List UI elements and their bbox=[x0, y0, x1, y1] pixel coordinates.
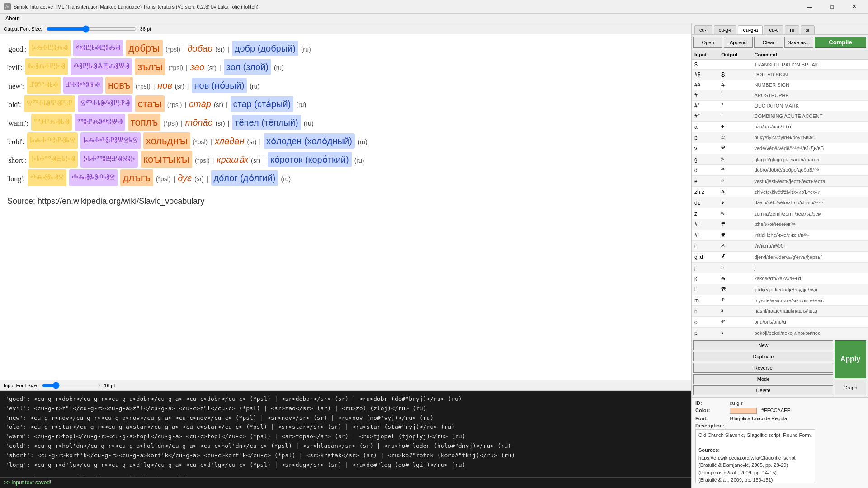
table-row[interactable]: m ⱀ myslite/мыслите/мыслите/мыс bbox=[692, 295, 868, 306]
ru-label: (ru) bbox=[304, 119, 314, 128]
old-cyrillic: топлъ bbox=[128, 114, 161, 131]
cell-comment: COMBINING ACUTE ACCENT bbox=[751, 111, 868, 122]
table-row[interactable]: zh,ž ⰶ zhivete/živěti/živiti/живЪте/жи bbox=[692, 187, 868, 197]
left-panel: Output Font Size: 36 pt 'good': ⰽⰾⰰⰱⱁⰾⱏ … bbox=[0, 23, 692, 488]
table-row[interactable]: n ⱁ nashi/наше/наші/нашъ/ⱁшɯ bbox=[692, 306, 868, 317]
cell-comment: initial izhe/иже/ижен/вⰶⰸ bbox=[751, 230, 868, 241]
input-font-size-slider[interactable] bbox=[42, 382, 100, 389]
open-button[interactable]: Open bbox=[693, 37, 722, 48]
table-row[interactable]: #"' ‘ COMBINING ACUTE ACCENT bbox=[692, 111, 868, 122]
table-row[interactable]: g ⰳ glagoli/glagolje/глагол/глагол bbox=[692, 154, 868, 165]
window-controls: — □ ✕ bbox=[800, 0, 864, 14]
apply-button[interactable]: Apply bbox=[835, 340, 866, 378]
psl-label: (*psl) bbox=[136, 82, 151, 91]
tab-cu-l[interactable]: cu-l bbox=[694, 25, 712, 34]
cell-output: ⰰ bbox=[718, 122, 751, 132]
graph-button[interactable]: Graph bbox=[835, 380, 866, 395]
sr-label: (sr) bbox=[214, 100, 223, 110]
append-button[interactable]: Append bbox=[724, 37, 753, 48]
table-row[interactable]: l ⰿ ljudije/ljudie/l'udje/људје/луд bbox=[692, 284, 868, 295]
cell-input: i bbox=[692, 241, 718, 252]
psl-label: (*psl) bbox=[163, 119, 178, 128]
table-row[interactable]: v ⰲ vede/védě/vědě/ⰲⱑⰴⱑ/вЪДь/вБ bbox=[692, 143, 868, 154]
table-row[interactable]: g'.d ⰼ djervi/derv/dervь/g'ervь/ђервь/ bbox=[692, 252, 868, 263]
ru-word: зол (злой) bbox=[224, 59, 271, 75]
main-layout: Output Font Size: 36 pt 'good': ⰽⰾⰰⰱⱁⰾⱏ … bbox=[0, 23, 868, 488]
reverse-button[interactable]: Reverse bbox=[693, 363, 833, 373]
table-row[interactable]: p ⱃ pokoji/pokoi/покоји/покои/пок bbox=[692, 328, 868, 338]
ru-label: (ru) bbox=[296, 100, 306, 110]
table-row[interactable]: $ TRANSLITERATION BREAK bbox=[692, 60, 868, 70]
psl-label: (*psl) bbox=[156, 174, 171, 184]
output-font-size-slider[interactable] bbox=[46, 26, 137, 32]
table-row[interactable]: #" " QUOTATION MARK bbox=[692, 101, 868, 111]
word-label: 'cold': bbox=[7, 136, 24, 147]
separator-1: | bbox=[183, 45, 185, 54]
cell-comment: i/и/ивта/вⰸ00+ bbox=[751, 241, 868, 252]
output-font-size-label: Output Font Size: bbox=[4, 26, 42, 32]
sr-label: (sr) bbox=[251, 156, 260, 165]
about-menu[interactable]: About bbox=[2, 14, 23, 23]
title-left: Ai Simple Interactive TML (Transliterati… bbox=[4, 3, 259, 10]
table-row[interactable]: #' ' APOSTROPHE bbox=[692, 90, 868, 101]
tab-cu-g-r[interactable]: cu-g-r bbox=[714, 25, 737, 34]
cell-output: ⰻ bbox=[718, 241, 751, 252]
duplicate-button[interactable]: Duplicate bbox=[693, 352, 833, 361]
table-row[interactable]: z ⰸ zemlja/zemli/zemli/земља/зем bbox=[692, 208, 868, 219]
delete-button[interactable]: Delete bbox=[693, 385, 833, 395]
ru-word: нов (но́вый) bbox=[192, 78, 247, 93]
table-row[interactable]: k ⰾ kako/като/какw/з++ɑ bbox=[692, 273, 868, 284]
tab-sr[interactable]: sr bbox=[801, 25, 815, 34]
cell-input: g bbox=[692, 154, 718, 165]
minimize-button[interactable]: — bbox=[800, 0, 820, 14]
word-label: 'warm': bbox=[7, 118, 28, 129]
old-cyrillic: коꙑтꙑкꙑ bbox=[141, 151, 192, 168]
table-row[interactable]: o ⱂ onu/онь/онь/ɑ bbox=[692, 317, 868, 328]
table-row[interactable]: #$ $ DOLLAR SIGN bbox=[692, 70, 868, 80]
table-row[interactable]: ## # NUMBER SIGN bbox=[692, 80, 868, 90]
old-cyrillic: хольднꙑ bbox=[143, 132, 190, 149]
table-row[interactable]: a ⰰ azu/азь/азъ/++ɑ bbox=[692, 122, 868, 132]
compile-button[interactable]: Compile bbox=[815, 37, 866, 48]
clear-button[interactable]: Clear bbox=[754, 37, 783, 48]
save-as-button[interactable]: Save as... bbox=[784, 37, 813, 48]
cell-output: ' bbox=[718, 90, 751, 101]
cell-comment: NUMBER SIGN bbox=[751, 80, 868, 90]
table-row[interactable]: b ⰱ buky/буки/букъи/боукъви/ⰱ bbox=[692, 132, 868, 143]
sr-word: стāр bbox=[189, 97, 211, 111]
table-row[interactable]: i ⰻ i/и/ивта/вⰸ00+ bbox=[692, 241, 868, 252]
cell-output: ⰱ bbox=[718, 132, 751, 143]
input-text-area[interactable]: 'good': <cu-g-r>dobr</cu-g-r><cu-g-a>dob… bbox=[0, 391, 691, 477]
table-row[interactable]: j ⰽ j bbox=[692, 263, 868, 273]
new-button[interactable]: New bbox=[693, 340, 833, 350]
maximize-button[interactable]: □ bbox=[822, 0, 842, 14]
tab-cu-g-a[interactable]: cu-g-a bbox=[738, 25, 763, 34]
table-row[interactable]: e ⰵ yestu/jestь/estь/јестъ/естъ/еста bbox=[692, 176, 868, 187]
mode-button[interactable]: Mode bbox=[693, 374, 833, 384]
titlebar: Ai Simple Interactive TML (Transliterati… bbox=[0, 0, 868, 14]
table-row[interactable]: d ⰴ dobro/dobrě/добро/добрБ/ⰴⰵ bbox=[692, 165, 868, 176]
sr-label: (sr) bbox=[207, 63, 217, 73]
tab-cu-c[interactable]: cu-c bbox=[764, 25, 783, 34]
table-row[interactable]: #i ⰹ izhe/иже/ижеи/вⰶⰸ bbox=[692, 219, 868, 230]
sr-label: (sr) bbox=[216, 119, 225, 128]
separator-1: | bbox=[181, 119, 183, 128]
cell-comment: QUOTATION MARK bbox=[751, 101, 868, 111]
glagolitic-angular: ⱅⱁⱂⰾⱁⰴⱁⱋⱏ bbox=[75, 114, 125, 131]
word-row: 'warm': ⱅⱁⱂⰾⱏⱃⱏ ⱅⱁⱂⰾⱁⰴⱁⱋⱏ топлъ (*psl) |… bbox=[7, 114, 684, 131]
sr-word: тōпāо bbox=[185, 116, 213, 129]
word-label: 'old': bbox=[7, 99, 21, 110]
color-label: Color: bbox=[695, 408, 727, 413]
psl-label: (*psl) bbox=[195, 156, 210, 165]
table-row[interactable]: dz ⰷ dzelo/зělo/зělo/зБло/сБлω/ⰷⰴⰴ bbox=[692, 197, 868, 208]
cell-comment: nashi/наше/наші/нашъ/ⱁшɯ bbox=[751, 306, 868, 317]
cell-input: $ bbox=[692, 60, 718, 70]
tab-ru[interactable]: ru bbox=[785, 25, 799, 34]
glagolitic-angular: ⱄⱅⰰⱃⱁⰴⱁⰱⱀⱏ bbox=[78, 95, 132, 112]
cell-comment: vede/védě/vědě/ⰲⱑⰴⱑ/вЪДь/вБ bbox=[751, 143, 868, 154]
ru-word: хо́лоден (холо́дный) bbox=[264, 133, 355, 149]
word-label: 'evil': bbox=[7, 62, 23, 73]
close-button[interactable]: ✕ bbox=[844, 0, 864, 14]
translit-tbody: $ TRANSLITERATION BREAK #$ $ DOLLAR SIGN… bbox=[692, 60, 868, 338]
table-row[interactable]: #i' ⰺ initial izhe/иже/ижен/вⰶⰸ bbox=[692, 230, 868, 241]
